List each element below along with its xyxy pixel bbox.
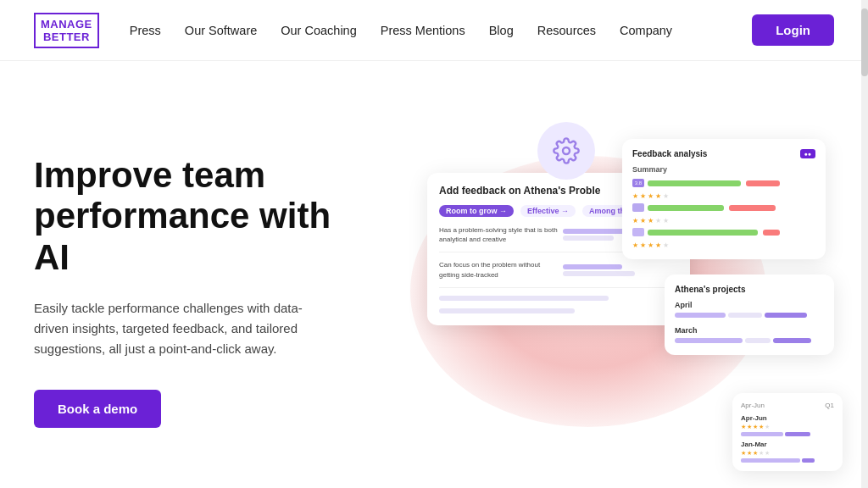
schedule-rows: Apr-Jun ★ ★ ★ ★ ★ Jan-Mar: [741, 414, 834, 463]
hero-subtitle: Easily tackle performance challenges wit…: [34, 298, 305, 359]
stars-row-1: ★ ★ ★ ★ ★: [632, 192, 815, 200]
feedback-item-2: Can focus on the problem without getting…: [439, 260, 678, 279]
summary-label: Summary: [632, 165, 815, 174]
nav-software[interactable]: Our Software: [185, 24, 257, 37]
feedback-placeholder-rows2: [439, 308, 678, 313]
schedule-date-1: Apr-Jun: [741, 402, 765, 409]
logo[interactable]: MANAGE BETTER: [34, 13, 103, 48]
book-demo-button[interactable]: Book a demo: [34, 390, 161, 428]
nav-press[interactable]: Press: [130, 24, 161, 37]
logo-box: MANAGE BETTER: [34, 13, 99, 48]
schedule-row-1: Apr-Jun ★ ★ ★ ★ ★: [741, 414, 834, 436]
analysis-badge: ●●: [800, 149, 815, 158]
nav-company[interactable]: Company: [620, 24, 672, 37]
nav-blog[interactable]: Blog: [489, 24, 514, 37]
projects-card: Athena's projects April March: [665, 274, 834, 355]
svg-point-0: [563, 147, 570, 154]
analysis-header: Feedback analysis ●●: [632, 149, 815, 158]
gear-icon: [537, 122, 595, 180]
nav-coaching[interactable]: Our Coaching: [281, 24, 356, 37]
projects-title: Athena's projects: [675, 285, 824, 294]
analysis-title: Feedback analysis: [632, 149, 707, 158]
login-button[interactable]: Login: [752, 14, 834, 46]
tab-room-to-grow[interactable]: Room to grow →: [439, 205, 514, 217]
schedule-bars-2: [741, 458, 834, 463]
stars-row-2: ★ ★ ★ ★ ★: [632, 217, 815, 225]
schedule-stars-2: ★ ★ ★ ★ ★: [741, 450, 834, 457]
schedule-header: Apr-Jun Q1: [741, 402, 834, 409]
nav-left: MANAGE BETTER Press Our Software Our Coa…: [34, 13, 672, 48]
analysis-bar-1: 3.8: [632, 179, 815, 187]
nav-resources[interactable]: Resources: [537, 24, 596, 37]
project-april-bars: [675, 313, 824, 318]
analysis-bars: 3.8 ★ ★ ★ ★ ★ ★ ★: [632, 179, 815, 249]
hero-text: Improve team performance with AI Easily …: [34, 155, 339, 428]
analysis-card: Feedback analysis ●● Summary 3.8 ★ ★ ★ ★…: [622, 139, 826, 259]
schedule-icon: Q1: [825, 402, 834, 409]
schedule-card: Apr-Jun Q1 Apr-Jun ★ ★ ★ ★ ★: [732, 393, 843, 471]
project-march-bars: [675, 338, 824, 343]
main-nav: Press Our Software Our Coaching Press Me…: [130, 24, 672, 37]
scrollbar-thumb[interactable]: [861, 8, 868, 76]
schedule-row-2: Jan-Mar ★ ★ ★ ★ ★: [741, 441, 834, 463]
project-march: March: [675, 326, 824, 335]
hero-title: Improve team performance with AI: [34, 155, 339, 278]
schedule-stars-1: ★ ★ ★ ★ ★: [741, 424, 834, 430]
stars-row-3: ★ ★ ★ ★ ★: [632, 241, 815, 249]
hero-illustration: Add feedback on Athena's Proble Room to …: [376, 105, 834, 478]
logo-line1: MANAGE: [41, 18, 92, 30]
analysis-bar-2: [632, 203, 815, 212]
schedule-bars-1: [741, 432, 834, 436]
navbar: MANAGE BETTER Press Our Software Our Coa…: [0, 0, 868, 61]
analysis-bar-3: [632, 228, 815, 236]
nav-press-mentions[interactable]: Press Mentions: [381, 24, 465, 37]
scrollbar[interactable]: [861, 0, 868, 488]
project-april: April: [675, 301, 824, 309]
logo-line2: BETTER: [43, 30, 90, 43]
feedback-text-2: Can focus on the problem without getting…: [439, 260, 558, 279]
feedback-placeholder-rows: [439, 296, 678, 301]
hero-section: Improve team performance with AI Easily …: [0, 61, 868, 488]
feedback-text-1: Has a problem-solving style that is both…: [439, 225, 558, 244]
tab-effective[interactable]: Effective →: [520, 205, 576, 217]
